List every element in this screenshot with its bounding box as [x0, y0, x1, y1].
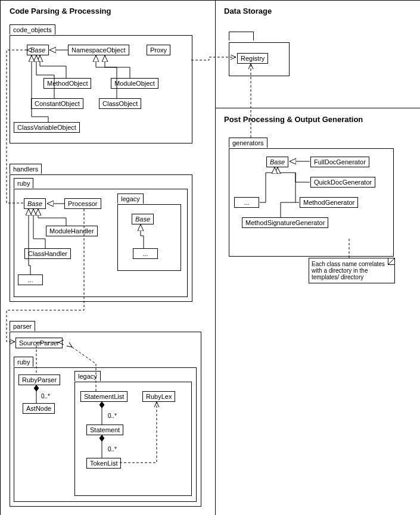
multiplicity-1: 0..*: [41, 393, 50, 399]
class-p-source: SourceParser: [15, 338, 63, 348]
package-legacy1-tab: legacy: [117, 193, 144, 204]
class-g-ellipsis: ...: [234, 197, 259, 208]
class-g-methodsig: MethodSignatureGenerator: [242, 217, 328, 228]
class-p-rubyparser: RubyParser: [18, 374, 60, 385]
package-storage-tab: [229, 32, 254, 40]
package-legacy2-tab: legacy: [74, 371, 101, 381]
class-h-processor: Processor: [64, 198, 101, 209]
class-g-fulldoc: FullDocGenerator: [310, 157, 369, 167]
class-registry: Registry: [237, 53, 268, 64]
class-g-method: MethodGenerator: [300, 197, 358, 208]
class-co-class: ClassObject: [99, 98, 141, 109]
class-co-method: MethodObject: [43, 78, 91, 89]
package-ruby2-tab: ruby: [14, 357, 33, 367]
package-code-objects-tab: code_objects: [10, 24, 55, 35]
package-parser-tab: parser: [10, 321, 35, 331]
class-co-namespace: NamespaceObject: [68, 45, 129, 55]
class-h-base: Base: [24, 198, 46, 209]
multiplicity-2: 0..*: [108, 413, 117, 419]
class-p-statementlist: StatementList: [80, 391, 127, 402]
class-co-constant: ConstantObject: [31, 98, 83, 109]
class-p-tokenlist: TokenList: [86, 458, 121, 469]
class-g-base: Base: [266, 157, 288, 167]
class-h-lbase: Base: [132, 214, 154, 224]
multiplicity-3: 0..*: [108, 446, 117, 452]
package-handlers-tab: handlers: [10, 164, 42, 174]
package-ruby1-tab: ruby: [14, 178, 33, 188]
package-generators-tab: generators: [229, 138, 267, 148]
class-co-base: Base: [27, 45, 49, 55]
note-templates: Each class name correlates with a direct…: [309, 258, 395, 283]
class-p-astnode: AstNode: [23, 403, 55, 414]
class-co-proxy: Proxy: [147, 45, 170, 55]
class-h-classhandler: ClassHandler: [24, 248, 71, 259]
class-p-rubylex: RubyLex: [142, 391, 175, 402]
class-g-quickdoc: QuickDocGenerator: [310, 177, 375, 188]
section-post-title: Post Processing & Output Generation: [224, 115, 363, 124]
class-h-lellipsis: ...: [133, 248, 158, 259]
class-h-ellipsis: ...: [18, 274, 43, 285]
class-co-module: ModuleObject: [111, 78, 158, 89]
class-h-module: ModuleHandler: [46, 226, 98, 236]
section-storage-title: Data Storage: [224, 7, 272, 15]
class-p-statement: Statement: [86, 425, 123, 435]
class-co-classvar: ClassVariableObject: [14, 122, 80, 133]
section-parsing-title: Code Parsing & Processing: [10, 7, 111, 15]
